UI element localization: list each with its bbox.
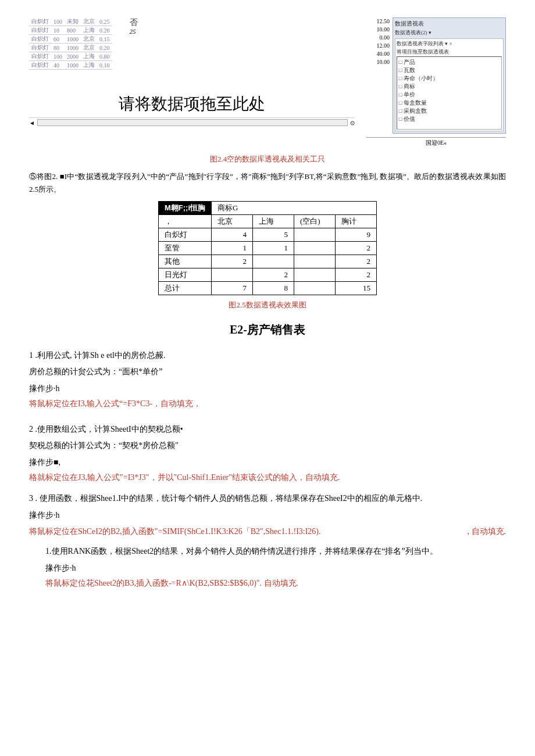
mini-cell: 80 — [51, 44, 65, 52]
mini-cell: 0.20 — [97, 26, 112, 35]
pivot-corner: M翱F;;i恒胸 — [158, 201, 211, 214]
mini-cell: 100 — [51, 52, 65, 61]
field-list-panel: 数据透视表字段列表 ▾ × 将项目拖至数据透视表 产品瓦数寿命（小时）商标单价每… — [395, 38, 504, 131]
pivot-cell: 2 — [212, 255, 253, 268]
left-column: 白炽灯100未知北京0.25白炽灯10800上海0.20白炽灯601000北京0… — [29, 17, 355, 148]
top-section: 白炽灯100未知北京0.25白炽灯10800上海0.20白炽灯601000北京0… — [29, 17, 506, 148]
annotation: 否 25 — [130, 17, 138, 70]
q3-step: 掾作步·h — [29, 509, 506, 522]
pivot-col: 胸计 — [336, 214, 377, 228]
pivot-cell: 2 — [253, 268, 294, 281]
mini-data-table: 白炽灯100未知北京0.25白炽灯10800上海0.20白炽灯601000北京0… — [29, 17, 112, 70]
pivot-col: (空白) — [294, 214, 336, 228]
field-list[interactable]: 产品瓦数寿命（小时）商标单价每盒数量采购盒数价值 — [397, 56, 502, 130]
mini-cell: 上海 — [81, 26, 97, 35]
pivot-cell: 2 — [336, 241, 377, 255]
mini-cell: 北京 — [81, 17, 97, 26]
pivot-cell — [294, 268, 336, 281]
right-num: 0.00 — [366, 34, 390, 42]
pivot-cell — [253, 255, 294, 268]
pivot-cell: 2 — [336, 268, 377, 281]
field-item[interactable]: 每盒数量 — [398, 99, 500, 107]
right-num: 10.00 — [366, 26, 390, 34]
mini-cell: 0.20 — [97, 44, 112, 52]
drag-prompt-text: 请将数据项拖至此处 — [29, 93, 355, 115]
q1-answer: 将鼠标定位在I3,输入公式“=F3*C3-，自动填充， — [29, 399, 506, 409]
right-column: 12.5010.000.0012.0040.0010.00 数据透视表 数据透视… — [366, 17, 506, 148]
right-num: 40.00 — [366, 50, 390, 58]
right-num: 12.00 — [366, 42, 390, 50]
mini-cell: 60 — [51, 35, 65, 44]
mini-cell: 白炽灯 — [29, 44, 51, 52]
q4-line1: 1.使用RANK函数，根据Sheet2的结果，对鼻个销件人员的销件情况进行排序，… — [29, 545, 506, 558]
figure-2-5-caption: 图2.5数据透视表效果图 — [29, 300, 506, 310]
field-list-header: 数据透视表字段列表 ▾ × — [397, 40, 502, 48]
field-list-subheader: 将项目拖至数据透视表 — [397, 48, 502, 56]
pivot-cell — [212, 268, 253, 281]
q1-line2: 房价总额的计贠公式为：“面枳*单价” — [29, 366, 506, 378]
scroll-track[interactable] — [37, 119, 348, 126]
pivot-total-label: 总计 — [158, 281, 211, 295]
right-numbers: 12.5010.000.0012.0040.0010.00 — [366, 17, 393, 66]
q3-answer-tail: , 自动填充. — [468, 525, 507, 538]
mini-cell: 白炽灯 — [29, 17, 51, 26]
q3-line1: 3 . 使用函数，根据Shee1.I中的结果，统计每个销件人员的销售总额，将结果… — [29, 492, 506, 505]
pivot-col: 上海 — [253, 214, 294, 228]
pivot-panel: 数据透视表 数据透视表(2) ▾ 数据透视表字段列表 ▾ × 将项目拖至数据透视… — [393, 17, 506, 134]
field-item[interactable]: 瓦数 — [398, 66, 500, 74]
field-item[interactable]: 采购盒数 — [398, 107, 500, 115]
field-item[interactable]: 寿命（小时） — [398, 74, 500, 83]
pivot-total-cell: 7 — [212, 281, 253, 295]
pivot-col-header: 商标G — [212, 201, 377, 214]
mini-cell: 上海 — [81, 52, 97, 61]
q2-answer: 格就标定位在J3,输入公式″=I3*J3"，并以"Cul-Shif1.Enier… — [29, 472, 506, 483]
mini-cell: 1000 — [65, 35, 81, 44]
field-item[interactable]: 产品 — [398, 58, 500, 66]
q4-step: 掾作步·h — [29, 562, 506, 575]
pivot-cell: 1 — [253, 241, 294, 255]
q4-answer: 将鼠标定位花Sheet2的B3,插入函数-=R∧\K(B2,SB$2:$B$6,… — [29, 578, 506, 589]
pivot-cell — [294, 228, 336, 241]
mini-cell: 0.15 — [97, 35, 112, 44]
mini-cell: 1000 — [65, 61, 81, 70]
mini-cell: 2000 — [65, 52, 81, 61]
pivot-panel-title: 数据透视表 — [395, 20, 504, 28]
q1-step: 掾作步·h — [29, 382, 506, 395]
pivot-row-label: 其他 — [158, 255, 211, 268]
mini-cell: 白炽灯 — [29, 35, 51, 44]
pivot-empty: ， — [158, 214, 211, 228]
mini-cell: 白炽灯 — [29, 52, 51, 61]
section-title-e2: E2-房产销售表 — [29, 322, 506, 338]
mini-cell: 未知 — [65, 17, 81, 26]
field-item[interactable]: 价值 — [398, 115, 500, 123]
mini-cell: 白炽灯 — [29, 61, 51, 70]
mini-cell: 北京 — [81, 35, 97, 44]
q2-line2: 契税总额的计算公式为：“契税*房价总额″ — [29, 439, 506, 452]
scroll-area: ◄ ⊙ — [29, 117, 355, 126]
pivot-cell: 2 — [336, 255, 377, 268]
q2-line1: 2 .使用数组公式，计算SheetI中的契税总额• — [29, 423, 506, 436]
q3-answer-main: 将鼠标定位在ShCeI2的B2,插入函数"=SIMIF(ShCe1.I!K3:K… — [29, 527, 321, 536]
pivot-cell — [294, 255, 336, 268]
mini-cell: 1000 — [65, 44, 81, 52]
mini-cell: 0.25 — [97, 17, 112, 26]
mini-cell: 100 — [51, 17, 65, 26]
pivot-cell: 4 — [212, 228, 253, 241]
figure-2-4-caption: 图2.4空的数据库透视表及相关工只 — [29, 154, 506, 164]
mini-cell: 800 — [65, 26, 81, 35]
q1-line1: 1 .利用公式, 计算Sh e etl中的房价总赧. — [29, 349, 506, 362]
mini-cell: 0.80 — [97, 52, 112, 61]
pivot-total-cell — [294, 281, 336, 295]
field-item[interactable]: 商标 — [398, 83, 500, 91]
right-num: 12.50 — [366, 17, 390, 26]
mini-cell: 北京 — [81, 44, 97, 52]
play-icon: ⊙ — [350, 120, 355, 126]
field-item[interactable]: 单价 — [398, 91, 500, 99]
pivot-cell — [294, 241, 336, 255]
pivot-panel-sub: 数据透视表(2) ▾ — [395, 29, 504, 37]
mini-cell: 10 — [51, 26, 65, 35]
pivot-cell: 9 — [336, 228, 377, 241]
pivot-cell: 1 — [212, 241, 253, 255]
pivot-cell: 5 — [253, 228, 294, 241]
annot-char: 否 — [130, 17, 138, 28]
